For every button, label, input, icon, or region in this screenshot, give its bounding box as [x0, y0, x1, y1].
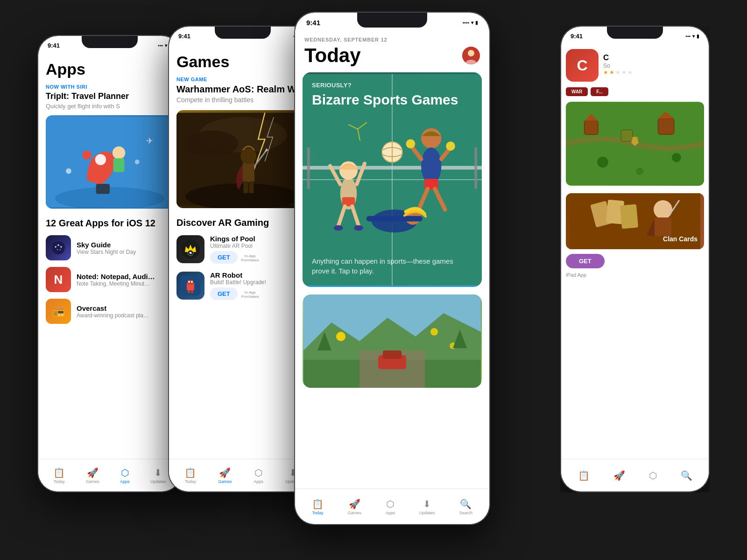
star-2: ★: [609, 69, 614, 76]
games-nav-icon-2: 🚀: [219, 467, 231, 478]
featured-travel-card[interactable]: ✈: [46, 115, 174, 209]
side-button-4: [709, 83, 710, 106]
nav-games-2[interactable]: 🚀 Games: [218, 467, 232, 484]
pool-in-app: In-AppPurchases: [241, 254, 259, 262]
phone-4-inner: 9:41 ▪▪▪ ▾ ▮ C C So ★ ★: [561, 27, 709, 491]
clan-cards-label: Clan Cards: [663, 235, 698, 243]
svg-rect-48: [474, 147, 477, 189]
svg-point-56: [334, 225, 343, 231]
game-item-robot[interactable]: AR Robot Build! Battle! Upgrade! GET In-…: [176, 271, 309, 300]
apps-nav-icon-4: ⬡: [649, 470, 657, 481]
nav-games-4[interactable]: 🚀: [613, 470, 625, 481]
svg-rect-38: [188, 290, 190, 293]
nav-games-3[interactable]: 🚀 Games: [348, 498, 361, 515]
svg-point-52: [339, 161, 358, 180]
wifi-icon-4: ▾: [692, 34, 695, 39]
svg-point-99: [654, 200, 672, 219]
warhammer-card[interactable]: [176, 110, 309, 208]
svg-rect-6: [96, 184, 110, 194]
overcast-info: Overcast Award-winning podcast pla…: [77, 304, 174, 319]
nav-search-3[interactable]: 🔍 Search: [459, 498, 473, 515]
svg-point-57: [354, 225, 363, 231]
battery-icon-3: ▮: [475, 20, 478, 25]
svg-point-24: [240, 148, 256, 164]
today-screen: WEDNESDAY, SEPTEMBER 12 Today: [295, 29, 489, 524]
f-tab[interactable]: F...: [591, 87, 608, 96]
nav-today[interactable]: 📋 Today: [53, 467, 65, 484]
app-item-noted[interactable]: N Noted: Notepad, Audi… Note Taking, Mee…: [46, 267, 174, 292]
nav-games-label-2: Games: [218, 479, 232, 484]
nav-updates[interactable]: ⬇ Updates: [150, 467, 166, 484]
nav-today-label-2: Today: [185, 479, 196, 484]
battery-icon-4: ▮: [697, 34, 699, 39]
signal-icon-4: ▪▪▪: [685, 34, 691, 39]
today-nav-icon-2: 📋: [184, 467, 196, 478]
sky-guide-info: Sky Guide View Stars Night or Day: [77, 241, 174, 255]
svg-point-65: [446, 141, 455, 151]
time-1: 9:41: [48, 42, 60, 49]
apps-nav-icon-3: ⬡: [386, 498, 394, 510]
nav-games-label-3: Games: [348, 511, 361, 515]
nav-today-2[interactable]: 📋 Today: [184, 467, 196, 484]
robot-get-button[interactable]: GET: [210, 287, 238, 300]
updates-nav-icon: ⬇: [154, 467, 162, 478]
nav-updates-label: Updates: [150, 479, 166, 484]
pool-get-button[interactable]: GET: [210, 251, 238, 264]
warhammer-title: Warhammer AoS: Realm War: [176, 84, 309, 95]
svg-point-36: [188, 281, 190, 283]
clash-map[interactable]: [566, 102, 704, 186]
status-icons-3: ▪▪▪▪ ▾ ▮: [463, 20, 478, 25]
svg-point-11: [52, 241, 65, 254]
search-nav-icon-3: 🔍: [460, 498, 472, 510]
today-second-card[interactable]: [303, 294, 482, 388]
nav-apps-3[interactable]: ⬡ Apps: [386, 498, 395, 515]
svg-rect-23: [243, 162, 255, 182]
phone-1: 9:41 ▪▪▪ ▾ ▮ Apps NOW WITH SIRI TripIt: …: [37, 35, 182, 492]
phone-3-inner: 9:41 ▪▪▪▪ ▾ ▮ WEDNESDAY, SEPTEMBER 12 To…: [295, 13, 489, 524]
app-item-sky[interactable]: Sky Guide View Stars Night or Day: [46, 235, 174, 260]
nav-updates-3[interactable]: ⬇ Updates: [419, 498, 435, 515]
bottom-nav-4: 📋 🚀 ⬡ 🔍: [561, 459, 709, 491]
nav-apps[interactable]: ⬡ Apps: [120, 467, 130, 484]
updates-nav-icon-3: ⬇: [423, 498, 431, 510]
discover-ar-title: Discover AR Gaming: [176, 217, 309, 228]
svg-rect-28: [249, 182, 254, 194]
noted-info: Noted: Notepad, Audi… Note Taking, Meeti…: [77, 273, 174, 287]
phone-3: 9:41 ▪▪▪▪ ▾ ▮ WEDNESDAY, SEPTEMBER 12 To…: [294, 12, 490, 525]
bottom-nav-1: 📋 Today 🚀 Games ⬡ Apps ⬇ Updates: [38, 459, 181, 491]
user-avatar[interactable]: [462, 47, 480, 64]
nav-apps-4[interactable]: ⬡: [649, 470, 657, 481]
overcast-icon: 📻: [46, 299, 71, 324]
ipad-app-label: iPad App: [566, 272, 704, 278]
svg-point-16: [60, 249, 61, 250]
games-nav-icon: 🚀: [87, 467, 99, 478]
noted-desc: Note Taking, Meeting Minut…: [77, 280, 174, 287]
today-header: WEDNESDAY, SEPTEMBER 12 Today: [295, 29, 489, 72]
nav-apps-2[interactable]: ⬡ Apps: [254, 467, 263, 484]
nav-games[interactable]: 🚀 Games: [86, 467, 99, 484]
nav-today-3[interactable]: 📋 Today: [312, 498, 324, 515]
noted-icon: N: [46, 267, 71, 292]
now-with-siri-label: NOW WITH SIRI: [46, 84, 174, 90]
war-tab[interactable]: WAR: [566, 87, 588, 96]
app-item-overcast[interactable]: 📻 Overcast Award-winning podcast pla…: [46, 299, 174, 324]
stars-rating: ★ ★ ★ ★ ★: [603, 69, 633, 76]
nav-today-label: Today: [54, 479, 65, 484]
star-4: ★: [621, 69, 627, 76]
game-item-pool[interactable]: 8 Kings of Pool Ultimate AR Pool GET In-…: [176, 235, 309, 264]
signal-icon: ▪▪▪: [158, 43, 163, 48]
nav-apps-label: Apps: [120, 479, 130, 484]
clan-cards-section[interactable]: Clan Cards: [566, 193, 704, 249]
right-screen: C C So ★ ★ ★ ★ ★ WAR: [561, 43, 709, 491]
svg-point-10: [135, 160, 140, 164]
svg-rect-47: [307, 147, 310, 189]
robot-icon: [176, 272, 204, 300]
clash-get-button[interactable]: GET: [566, 254, 605, 268]
nav-search-4[interactable]: 🔍: [681, 470, 692, 481]
featured-app-desc: Quickly get flight info with S: [46, 103, 174, 110]
nav-today-4[interactable]: 📋: [578, 470, 590, 481]
today-main-card[interactable]: SERIOUSLY? Bizarre Sports Games Anything…: [303, 72, 482, 287]
star-5: ★: [627, 69, 633, 76]
notch-2: [215, 27, 271, 39]
get-button-section: GET: [566, 254, 704, 268]
